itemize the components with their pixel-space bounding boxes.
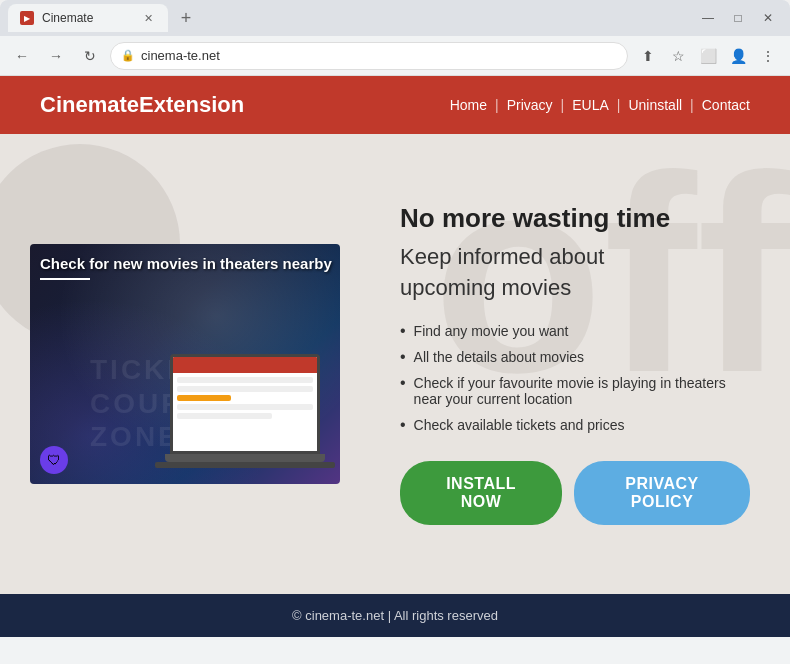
card-text: Check for new movies in theaters nearby: [40, 254, 332, 280]
maximize-btn[interactable]: □: [724, 4, 752, 32]
site-footer: © cinema-te.net | All rights reserved: [0, 594, 790, 637]
bookmark-btn[interactable]: ☆: [664, 42, 692, 70]
nav-privacy[interactable]: Privacy: [507, 97, 553, 113]
lock-icon: 🔒: [121, 49, 135, 62]
profile-btn[interactable]: 👤: [724, 42, 752, 70]
toolbar-actions: ⬆ ☆ ⬜ 👤 ⋮: [634, 42, 782, 70]
website-content: CinemateExtension Home | Privacy | EULA …: [0, 76, 790, 664]
card-badge-icon: 🛡: [40, 446, 68, 474]
feature-3: Check if your favourite movie is playing…: [400, 375, 750, 407]
browser-titlebar: ▶ Cinemate ✕ + — □ ✕: [0, 0, 790, 36]
new-tab-btn[interactable]: +: [172, 4, 200, 32]
privacy-policy-button[interactable]: PRIVACY POLICY: [574, 461, 750, 525]
laptop-mockup: [170, 354, 340, 484]
nav-eula[interactable]: EULA: [572, 97, 609, 113]
nav-uninstall[interactable]: Uninstall: [628, 97, 682, 113]
feature-4: Check available tickets and prices: [400, 417, 750, 433]
browser-toolbar: ← → ↻ 🔒 cinema-te.net ⬆ ☆ ⬜ 👤 ⋮: [0, 36, 790, 76]
hero-left: TICKETCOUPONZONE: [30, 244, 360, 484]
address-text: cinema-te.net: [141, 48, 617, 63]
browser-window: ▶ Cinemate ✕ + — □ ✕ ← → ↻ 🔒 cinema-te.n…: [0, 0, 790, 664]
nav-home[interactable]: Home: [450, 97, 487, 113]
install-now-button[interactable]: INSTALL NOW: [400, 461, 562, 525]
extensions-btn[interactable]: ⬜: [694, 42, 722, 70]
window-controls: — □ ✕: [694, 4, 782, 32]
tab-close-btn[interactable]: ✕: [140, 10, 156, 26]
hero-section: off TICKETCOUPONZONE: [0, 134, 790, 594]
share-btn[interactable]: ⬆: [634, 42, 662, 70]
hero-right: No more wasting time Keep informed about…: [360, 203, 750, 526]
menu-btn[interactable]: ⋮: [754, 42, 782, 70]
reload-btn[interactable]: ↻: [76, 42, 104, 70]
hero-features: Find any movie you want All the details …: [400, 323, 750, 433]
laptop-screen: [170, 354, 320, 454]
back-btn[interactable]: ←: [8, 42, 36, 70]
logo-rest: Extension: [139, 92, 244, 117]
minimize-btn[interactable]: —: [694, 4, 722, 32]
tab-bar: ▶ Cinemate ✕ +: [8, 4, 690, 32]
nav-contact[interactable]: Contact: [702, 97, 750, 113]
site-nav: Home | Privacy | EULA | Uninstall | Cont…: [450, 97, 750, 113]
address-bar[interactable]: 🔒 cinema-te.net: [110, 42, 628, 70]
hero-title: No more wasting time: [400, 203, 750, 234]
tab-favicon: ▶: [20, 11, 34, 25]
site-logo: CinemateExtension: [40, 92, 244, 118]
feature-2: All the details about movies: [400, 349, 750, 365]
movie-card: TICKETCOUPONZONE: [30, 244, 340, 484]
tab-title: Cinemate: [42, 11, 93, 25]
feature-1: Find any movie you want: [400, 323, 750, 339]
close-btn[interactable]: ✕: [754, 4, 782, 32]
site-header: CinemateExtension Home | Privacy | EULA …: [0, 76, 790, 134]
active-tab[interactable]: ▶ Cinemate ✕: [8, 4, 168, 32]
hero-subtitle: Keep informed aboutupcoming movies: [400, 242, 750, 304]
logo-bold: Cinemate: [40, 92, 139, 117]
hero-buttons: INSTALL NOW PRIVACY POLICY: [400, 461, 750, 525]
forward-btn[interactable]: →: [42, 42, 70, 70]
footer-text: © cinema-te.net | All rights reserved: [292, 608, 498, 623]
